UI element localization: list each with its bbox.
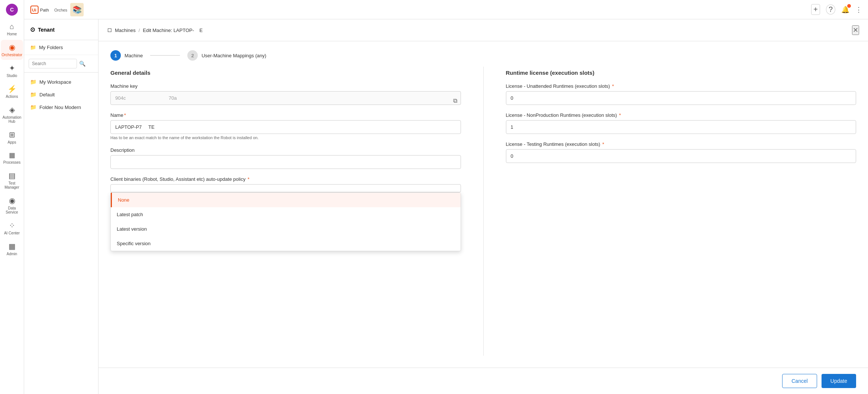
my-workspace-label: My Workspace (39, 79, 71, 85)
step-1-circle: 1 (110, 50, 121, 61)
automation-hub-icon: ◈ (9, 105, 15, 114)
sidebar-item-test-manager[interactable]: ▤ Test Manager (1, 168, 23, 192)
form-left: General details Machine key ⧉ Name* Has … (110, 67, 483, 356)
copy-button[interactable]: ⧉ (453, 97, 457, 104)
dropdown-option-specific-version[interactable]: Specific version (111, 236, 461, 251)
license-nonprod-label: License - NonProduction Runtimes (execut… (506, 112, 856, 118)
svg-text:Path: Path (40, 7, 49, 12)
step-2[interactable]: 2 User-Machine Mappings (any) (187, 50, 266, 61)
dropdown-option-latest-version[interactable]: Latest version (111, 222, 461, 236)
general-details-title: General details (110, 67, 461, 76)
step-1[interactable]: 1 Machine (110, 50, 143, 61)
form-right: Runtime license (execution slots) Licens… (483, 67, 856, 356)
orchestrator-icon: ◉ (9, 43, 15, 52)
license-unattended-required: * (612, 83, 614, 89)
name-hint: Has to be an exact match to the name of … (110, 135, 461, 140)
auto-update-required: * (248, 176, 249, 182)
avatar[interactable]: C (6, 4, 18, 16)
ai-center-label: AI Center (4, 231, 20, 235)
cancel-button[interactable]: Cancel (782, 374, 817, 388)
sidebar-item-automation-hub[interactable]: ◈ Automation Hub (1, 102, 23, 126)
app-icon: 📚 (70, 3, 84, 16)
data-service-label: Data Service (2, 206, 22, 214)
search-container: 🔍 (24, 55, 98, 73)
orchestrator-label: Orchestrator (1, 53, 22, 57)
panel-header: ☐ Machines / Edit Machine: LAPTOP- E ✕ (99, 19, 868, 41)
sidebar-item-default[interactable]: 📁 Default (24, 88, 98, 101)
license-testing-input[interactable] (506, 149, 856, 163)
machine-key-label: Machine key (110, 83, 461, 89)
tenant-header[interactable]: ⊙ Tenant (24, 19, 98, 40)
description-input[interactable] (110, 155, 461, 169)
top-header: Ui Path Orchestrator 📚 + ? 🔔 ⋮ (24, 0, 868, 19)
step-2-circle: 2 (187, 50, 198, 61)
home-label: Home (7, 32, 17, 36)
license-testing-required: * (602, 141, 604, 147)
license-nonprod-input[interactable] (506, 120, 856, 134)
sidebar-item-home[interactable]: ⌂ Home (1, 19, 23, 39)
breadcrumb: ☐ Machines / Edit Machine: LAPTOP- E (107, 28, 203, 33)
breadcrumb-separator: / (139, 28, 140, 33)
svg-text:Orchestrator: Orchestrator (54, 8, 67, 12)
edit-machine-breadcrumb: Edit Machine: LAPTOP- E (143, 28, 203, 33)
license-nonprod-required: * (619, 112, 621, 118)
test-manager-label: Test Manager (2, 181, 22, 189)
admin-label: Admin (7, 252, 17, 256)
apps-icon: ⊞ (9, 130, 15, 139)
name-required: * (124, 112, 126, 118)
dropdown-option-latest-patch[interactable]: Latest patch (111, 207, 461, 222)
step-2-label: User-Machine Mappings (any) (201, 53, 266, 58)
license-unattended-input[interactable] (506, 91, 856, 105)
sidebar-panel: ⊙ Tenant 📁 My Folders 🔍 📁 My W (24, 19, 99, 394)
ai-center-icon: ⁘ (9, 221, 15, 230)
my-folders-icon: 📁 (30, 45, 36, 50)
search-input[interactable] (29, 59, 77, 68)
tenant-label: Tenant (38, 27, 55, 33)
machine-key-input[interactable] (110, 91, 461, 105)
machines-breadcrumb-link[interactable]: Machines (115, 28, 136, 33)
sidebar-item-admin[interactable]: ▦ Admin (1, 239, 23, 259)
form-area: General details Machine key ⧉ Name* Has … (99, 67, 868, 368)
sidebar-item-orchestrator[interactable]: ◉ Orchestrator (1, 40, 23, 60)
sidebar-item-data-service[interactable]: ◉ Data Service (1, 193, 23, 217)
processes-label: Processes (3, 160, 21, 164)
admin-icon: ▦ (9, 242, 16, 251)
automation-hub-label: Automation Hub (2, 115, 22, 124)
main-panel: ☐ Machines / Edit Machine: LAPTOP- E ✕ 1… (99, 19, 868, 394)
studio-label: Studio (7, 74, 17, 78)
tenant-icon: ⊙ (30, 26, 35, 33)
search-icon[interactable]: 🔍 (79, 61, 85, 67)
auto-update-dropdown[interactable] (110, 184, 461, 192)
auto-update-label: Client binaries (Robot, Studio, Assistan… (110, 176, 461, 182)
test-manager-icon: ▤ (9, 171, 16, 180)
studio-icon: ✦ (9, 64, 15, 73)
sidebar-item-processes[interactable]: ▦ Processes (1, 148, 23, 167)
name-label: Name* (110, 112, 461, 118)
actions-icon: ⚡ (7, 84, 17, 93)
left-navigation: C ⌂ Home ◉ Orchestrator ✦ Studio ⚡ Actio… (0, 0, 24, 394)
right-section: Ui Path Orchestrator 📚 + ? 🔔 ⋮ (24, 0, 868, 394)
add-icon[interactable]: + (811, 4, 820, 15)
sidebar-item-folder-nou-modern[interactable]: 📁 Folder Nou Modern (24, 101, 98, 113)
help-icon[interactable]: ? (826, 4, 835, 15)
data-service-icon: ◉ (9, 196, 15, 205)
step-connector (150, 55, 180, 56)
sidebar-item-apps[interactable]: ⊞ Apps (1, 127, 23, 147)
close-button[interactable]: ✕ (852, 25, 859, 35)
sidebar-item-my-workspace[interactable]: 📁 My Workspace (24, 76, 98, 88)
topbar-actions: + ? 🔔 ⋮ (811, 4, 862, 15)
my-folders-item[interactable]: 📁 My Folders (24, 40, 98, 55)
form-footer: Cancel Update (99, 368, 868, 394)
dropdown-option-none[interactable]: None (111, 193, 461, 207)
folder-icon-nou-modern: 📁 (30, 104, 36, 110)
uipath-logo: Ui Path Orchestrator (30, 4, 67, 15)
name-input[interactable] (110, 120, 461, 134)
sidebar-item-studio[interactable]: ✦ Studio (1, 61, 23, 81)
description-label: Description (110, 147, 461, 153)
license-testing-label: License - Testing Runtimes (execution sl… (506, 141, 856, 147)
apps-label: Apps (8, 140, 16, 144)
sidebar-item-actions[interactable]: ⚡ Actions (1, 81, 23, 102)
more-menu-icon[interactable]: ⋮ (855, 6, 862, 14)
sidebar-item-ai-center[interactable]: ⁘ AI Center (1, 218, 23, 238)
update-button[interactable]: Update (822, 374, 856, 388)
